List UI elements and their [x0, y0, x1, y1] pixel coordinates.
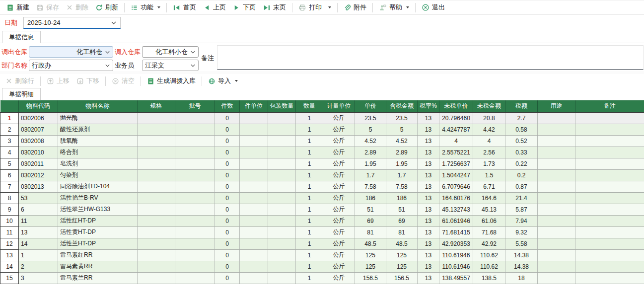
grid-cell[interactable] [175, 181, 215, 192]
grid-cell[interactable]: 13 [418, 181, 439, 192]
row-number-cell[interactable]: 11 [0, 226, 19, 238]
grid-cell[interactable]: 6 [19, 204, 58, 215]
grid-cell[interactable] [175, 124, 215, 135]
grid-cell[interactable] [240, 181, 268, 192]
grid-cell[interactable]: 1 [296, 226, 323, 238]
grid-cell[interactable] [240, 124, 268, 135]
grid-cell[interactable] [538, 204, 575, 215]
grid-cell[interactable]: 公斤 [323, 192, 355, 204]
grid-cell[interactable] [538, 192, 575, 204]
grid-cell[interactable]: 0.22 [505, 158, 538, 169]
grid-cell[interactable]: 1.95 [386, 158, 418, 169]
grid-cell[interactable]: 0 [215, 226, 240, 238]
grid-cell[interactable] [175, 147, 215, 158]
grid-cell[interactable]: 1 [296, 135, 323, 147]
grid-cell[interactable]: 1 [296, 238, 323, 249]
grid-cell[interactable]: 138.5 [473, 272, 505, 284]
grid-cell[interactable] [575, 272, 644, 284]
grid-cell[interactable]: 45.13 [473, 204, 505, 215]
grid-cell[interactable] [538, 261, 575, 272]
grid-cell[interactable]: 23.5 [386, 112, 418, 124]
grid-cell[interactable]: 186 [386, 192, 418, 204]
grid-cell[interactable] [240, 112, 268, 124]
grid-cell[interactable]: 138.49557 [439, 272, 473, 284]
grid-cell[interactable]: 20.8 [473, 112, 505, 124]
grid-cell[interactable] [268, 135, 296, 147]
grid-cell[interactable]: 活性艳兰B-RV [58, 192, 138, 204]
grid-cell[interactable]: 活性红HT-DP [58, 215, 138, 226]
grid-cell[interactable]: 4.52 [386, 135, 418, 147]
exit-button[interactable]: 退出 [418, 1, 448, 13]
row-number-cell[interactable]: 3 [0, 135, 19, 147]
grid-cell[interactable]: 1.7 [386, 169, 418, 181]
grid-cell[interactable] [538, 135, 575, 147]
import-button[interactable]: 导入 [205, 75, 241, 87]
grid-cell[interactable]: 110.61946 [439, 249, 473, 261]
department-select[interactable]: 行政办 [29, 60, 113, 71]
grid-cell[interactable] [268, 226, 296, 238]
grid-cell[interactable] [538, 147, 575, 158]
grid-cell[interactable]: 51 [355, 204, 386, 215]
grid-cell[interactable]: 13 [19, 226, 58, 238]
print-button[interactable]: 打印 [295, 1, 335, 13]
grid-cell[interactable]: 公斤 [323, 169, 355, 181]
grid-cell[interactable] [575, 249, 644, 261]
grid-cell[interactable] [240, 261, 268, 272]
grid-cell[interactable]: 186 [355, 192, 386, 204]
grid-cell[interactable]: 0 [215, 238, 240, 249]
grid-cell[interactable]: 抛光酶 [58, 112, 138, 124]
grid-cell[interactable]: 69 [355, 215, 386, 226]
grid-cell[interactable]: 42.920353 [439, 238, 473, 249]
grid-cell[interactable]: 4.4247787 [439, 124, 473, 135]
grid-cell[interactable]: 0 [215, 169, 240, 181]
grid-cell[interactable]: 2.7 [505, 112, 538, 124]
grid-cell[interactable]: 1.7256637 [439, 158, 473, 169]
grid-cell[interactable]: 2.56 [473, 147, 505, 158]
grid-cell[interactable]: 9.32 [505, 226, 538, 238]
grid-cell[interactable] [175, 135, 215, 147]
grid-cell[interactable]: 1 [296, 158, 323, 169]
grid-cell[interactable]: 0302008 [19, 135, 58, 147]
grid-cell[interactable]: 0 [215, 124, 240, 135]
grid-cell[interactable] [538, 238, 575, 249]
tab-document-detail[interactable]: 单据明细 [2, 88, 41, 100]
grid-cell[interactable] [268, 181, 296, 192]
grid-cell[interactable] [240, 238, 268, 249]
grid-cell[interactable] [138, 169, 175, 181]
grid-cell[interactable]: 0.87 [505, 181, 538, 192]
grid-cell[interactable]: 同浴除油剂TD-104 [58, 181, 138, 192]
grid-cell[interactable] [538, 181, 575, 192]
grid-cell[interactable]: 公斤 [323, 249, 355, 261]
grid-cell[interactable]: 14.38 [505, 261, 538, 272]
row-number-cell[interactable]: 14 [0, 261, 19, 272]
grid-cell[interactable] [575, 192, 644, 204]
grid-cell[interactable] [138, 192, 175, 204]
grid-cell[interactable]: 125 [386, 249, 418, 261]
grid-cell[interactable]: 公斤 [323, 261, 355, 272]
grid-cell[interactable] [538, 124, 575, 135]
row-number-cell[interactable]: 5 [0, 158, 19, 169]
grid-cell[interactable] [138, 181, 175, 192]
row-number-cell[interactable]: 4 [0, 147, 19, 158]
grid-cell[interactable] [268, 169, 296, 181]
grid-cell[interactable] [175, 261, 215, 272]
grid-cell[interactable] [175, 192, 215, 204]
grid-cell[interactable]: 0.52 [505, 135, 538, 147]
grid-cell[interactable]: 1.7 [355, 169, 386, 181]
grid-cell[interactable]: 125 [386, 261, 418, 272]
grid-cell[interactable] [538, 158, 575, 169]
row-number-cell[interactable]: 15 [0, 272, 19, 284]
grid-cell[interactable] [268, 158, 296, 169]
grid-cell[interactable]: 活性兰HT-DP [58, 238, 138, 249]
grid-cell[interactable]: 6.7079646 [439, 181, 473, 192]
grid-cell[interactable]: 1.5 [473, 169, 505, 181]
grid-cell[interactable]: 4.52 [355, 135, 386, 147]
grid-cell[interactable]: 酸性还原剂 [58, 124, 138, 135]
grid-cell[interactable] [575, 204, 644, 215]
grid-cell[interactable] [268, 124, 296, 135]
grid-cell[interactable]: 14.38 [505, 249, 538, 261]
grid-cell[interactable]: 13 [418, 158, 439, 169]
grid-cell[interactable]: 1.5044247 [439, 169, 473, 181]
grid-cell[interactable]: 81 [355, 226, 386, 238]
grid-cell[interactable]: 1 [296, 112, 323, 124]
